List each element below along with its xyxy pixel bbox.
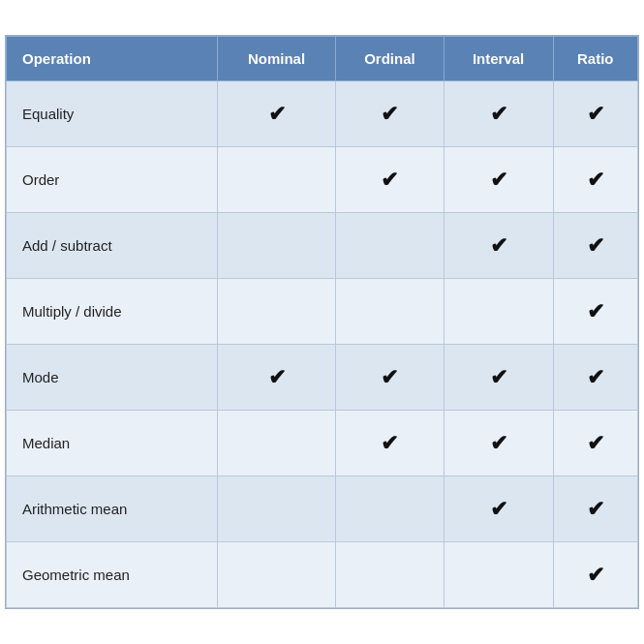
table-row: Multiply / divide✔ [7,279,638,345]
checkmark-icon: ✔ [587,497,604,522]
table-row: Mode✔✔✔✔ [7,345,638,411]
checkmark-icon: ✔ [587,233,604,259]
checkmark-icon: ✔ [490,233,507,259]
cell-operation: Arithmetic mean [7,476,218,542]
table-row: Order✔✔✔ [7,147,638,213]
cell-operation: Median [7,411,218,476]
checkmark-icon: ✔ [490,431,507,456]
cell-interval [444,279,553,345]
cell-interval: ✔ [444,411,553,476]
checkmark-icon: ✔ [381,102,398,127]
cell-ratio: ✔ [553,411,637,476]
checkmark-icon: ✔ [381,168,398,193]
checkmark-icon: ✔ [490,102,507,127]
checkmark-icon: ✔ [587,563,604,588]
cell-operation: Mode [7,345,218,411]
cell-operation: Multiply / divide [7,279,218,345]
cell-ordinal: ✔ [336,147,445,213]
cell-nominal: ✔ [217,81,335,147]
table-row: Median✔✔✔ [7,411,638,476]
cell-ratio: ✔ [553,476,637,542]
header-interval: Interval [444,37,553,81]
header-row: Operation Nominal Ordinal Interval Ratio [7,37,638,81]
cell-ordinal: ✔ [336,411,445,476]
cell-interval: ✔ [444,81,553,147]
cell-ordinal [336,213,445,279]
cell-nominal [217,213,335,279]
table-body: Equality✔✔✔✔Order✔✔✔Add / subtract✔✔Mult… [7,81,638,608]
checkmark-icon: ✔ [268,365,286,390]
cell-interval: ✔ [444,476,553,542]
cell-nominal [217,279,335,345]
cell-nominal [217,147,335,213]
cell-nominal [217,542,335,608]
checkmark-icon: ✔ [587,168,604,193]
header-nominal: Nominal [217,37,335,81]
cell-interval: ✔ [444,345,553,411]
header-operation: Operation [7,37,218,81]
table-row: Add / subtract✔✔ [7,213,638,279]
main-table-container: Operation Nominal Ordinal Interval Ratio… [5,35,639,609]
cell-ordinal [336,279,445,345]
table-row: Arithmetic mean✔✔ [7,476,638,542]
checkmark-icon: ✔ [490,168,507,193]
cell-interval: ✔ [444,147,553,213]
comparison-table: Operation Nominal Ordinal Interval Ratio… [6,36,638,608]
cell-ordinal: ✔ [336,345,445,411]
cell-interval [444,542,553,608]
cell-operation: Geometric mean [7,542,218,608]
cell-operation: Equality [7,81,218,147]
cell-ratio: ✔ [553,147,637,213]
cell-ratio: ✔ [553,81,637,147]
header-ratio: Ratio [553,37,637,81]
cell-ordinal: ✔ [336,81,445,147]
table-row: Geometric mean✔ [7,542,638,608]
cell-ratio: ✔ [553,345,637,411]
cell-nominal [217,476,335,542]
cell-nominal [217,411,335,476]
cell-ordinal [336,476,445,542]
cell-ratio: ✔ [553,279,637,345]
cell-ordinal [336,542,445,608]
cell-ratio: ✔ [553,542,637,608]
checkmark-icon: ✔ [381,365,398,390]
cell-ratio: ✔ [553,213,637,279]
cell-nominal: ✔ [217,345,335,411]
checkmark-icon: ✔ [268,102,286,127]
cell-interval: ✔ [444,213,553,279]
cell-operation: Add / subtract [7,213,218,279]
checkmark-icon: ✔ [587,102,604,127]
table-row: Equality✔✔✔✔ [7,81,638,147]
checkmark-icon: ✔ [490,365,507,390]
checkmark-icon: ✔ [490,497,507,522]
cell-operation: Order [7,147,218,213]
checkmark-icon: ✔ [587,431,604,456]
checkmark-icon: ✔ [587,365,604,390]
checkmark-icon: ✔ [381,431,398,456]
checkmark-icon: ✔ [587,299,604,324]
header-ordinal: Ordinal [336,37,445,81]
